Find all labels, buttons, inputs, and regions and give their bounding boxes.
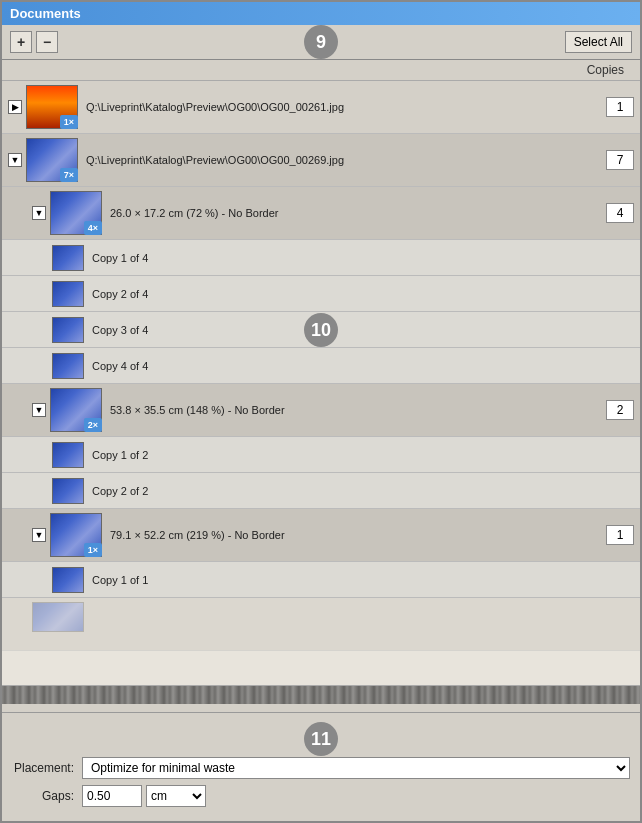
copy-label: Copy 3 of 4 bbox=[92, 324, 634, 336]
copy-label: Copy 1 of 1 bbox=[92, 574, 634, 586]
copies-value[interactable]: 2 bbox=[606, 400, 634, 420]
copies-value[interactable]: 4 bbox=[606, 203, 634, 223]
sub-thumbnail bbox=[52, 567, 84, 593]
toolbar-left: + − bbox=[10, 31, 58, 53]
sub-thumbnail bbox=[52, 281, 84, 307]
badge-11-area: 11 bbox=[12, 721, 630, 757]
copies-value[interactable]: 7 bbox=[606, 150, 634, 170]
group-description: 26.0 × 17.2 cm (72 %) - No Border bbox=[110, 207, 598, 219]
thumbnail-container: 1× bbox=[26, 85, 78, 129]
thumbnail-container: 2× bbox=[50, 388, 102, 432]
remove-button[interactable]: − bbox=[36, 31, 58, 53]
sub-thumbnail bbox=[52, 353, 84, 379]
copies-header: Copies bbox=[587, 63, 632, 77]
torn-edge bbox=[2, 686, 640, 704]
title-bar: Documents bbox=[2, 2, 640, 25]
gaps-unit-select[interactable]: cm bbox=[146, 785, 206, 807]
copies-value[interactable]: 1 bbox=[606, 525, 634, 545]
count-badge: 2× bbox=[84, 418, 102, 432]
sub-item: Copy 4 of 4 bbox=[2, 348, 640, 384]
placement-select[interactable]: Optimize for minimal waste bbox=[82, 757, 630, 779]
spacer bbox=[2, 704, 640, 712]
expand-button[interactable]: ▼ bbox=[32, 206, 46, 220]
copy-label: Copy 1 of 2 bbox=[92, 449, 634, 461]
gaps-row: Gaps: cm bbox=[12, 785, 630, 807]
add-button[interactable]: + bbox=[10, 31, 32, 53]
sub-thumbnail bbox=[52, 317, 84, 343]
group-row[interactable]: ▼ 1× 79.1 × 52.2 cm (219 %) - No Border … bbox=[2, 509, 640, 562]
thumbnail-container: 4× bbox=[50, 191, 102, 235]
document-path: Q:\Liveprint\Katalog\Preview\OG00\OG00_0… bbox=[86, 101, 598, 113]
group-row[interactable]: ▼ 4× 26.0 × 17.2 cm (72 %) - No Border 4 bbox=[2, 187, 640, 240]
gaps-label: Gaps: bbox=[12, 789, 82, 803]
table-header: Copies bbox=[2, 60, 640, 81]
count-badge: 4× bbox=[84, 221, 102, 235]
thumbnail-container: 7× bbox=[26, 138, 78, 182]
content-area: Copies ▶ 1× Q:\Liveprint\Katalog\Preview… bbox=[2, 60, 640, 686]
group-description: 53.8 × 35.5 cm (148 %) - No Border bbox=[110, 404, 598, 416]
sub-item: Copy 1 of 4 bbox=[2, 240, 640, 276]
count-badge: 1× bbox=[60, 115, 78, 129]
sub-item: Copy 1 of 1 bbox=[2, 562, 640, 598]
select-all-button[interactable]: Select All bbox=[565, 31, 632, 53]
sub-thumbnail bbox=[52, 442, 84, 468]
documents-window: Documents + − 9 Select All Copies ▶ 1× Q… bbox=[0, 0, 642, 823]
copy-label: Copy 4 of 4 bbox=[92, 360, 634, 372]
expand-button[interactable]: ▼ bbox=[32, 528, 46, 542]
thumbnail bbox=[32, 602, 84, 632]
count-badge: 7× bbox=[60, 168, 78, 182]
document-row[interactable]: ▼ 7× Q:\Liveprint\Katalog\Preview\OG00\O… bbox=[2, 134, 640, 187]
placement-row: Placement: Optimize for minimal waste bbox=[12, 757, 630, 779]
toolbar: + − 9 Select All bbox=[2, 25, 640, 60]
window-title: Documents bbox=[10, 6, 81, 21]
copy-label: Copy 2 of 2 bbox=[92, 485, 634, 497]
placement-label: Placement: bbox=[12, 761, 82, 775]
copy-label: Copy 2 of 4 bbox=[92, 288, 634, 300]
group-row[interactable]: ▼ 2× 53.8 × 35.5 cm (148 %) - No Border … bbox=[2, 384, 640, 437]
sub-item: Copy 2 of 4 bbox=[2, 276, 640, 312]
expand-button[interactable]: ▼ bbox=[32, 403, 46, 417]
gaps-input[interactable] bbox=[82, 785, 142, 807]
group-description: 79.1 × 52.2 cm (219 %) - No Border bbox=[110, 529, 598, 541]
copy-label: Copy 1 of 4 bbox=[92, 252, 634, 264]
sub-thumbnail bbox=[52, 478, 84, 504]
document-row[interactable]: ▶ 1× Q:\Liveprint\Katalog\Preview\OG00\O… bbox=[2, 81, 640, 134]
bottom-panel: 11 Placement: Optimize for minimal waste… bbox=[2, 712, 640, 821]
copies-value[interactable]: 1 bbox=[606, 97, 634, 117]
document-path: Q:\Liveprint\Katalog\Preview\OG00\OG00_0… bbox=[86, 154, 598, 166]
expand-button[interactable]: ▼ bbox=[8, 153, 22, 167]
badge-9: 9 bbox=[304, 25, 338, 59]
thumbnail-container bbox=[32, 602, 84, 646]
badge-11: 11 bbox=[304, 722, 338, 756]
thumbnail-container: 1× bbox=[50, 513, 102, 557]
count-badge: 1× bbox=[84, 543, 102, 557]
sub-item: Copy 2 of 2 bbox=[2, 473, 640, 509]
sub-item: Copy 1 of 2 bbox=[2, 437, 640, 473]
sub-thumbnail bbox=[52, 245, 84, 271]
group-row-partial bbox=[2, 598, 640, 651]
badge-10: 10 bbox=[304, 313, 338, 347]
badge-10-row: Copy 3 of 4 10 bbox=[2, 312, 640, 348]
expand-button[interactable]: ▶ bbox=[8, 100, 22, 114]
